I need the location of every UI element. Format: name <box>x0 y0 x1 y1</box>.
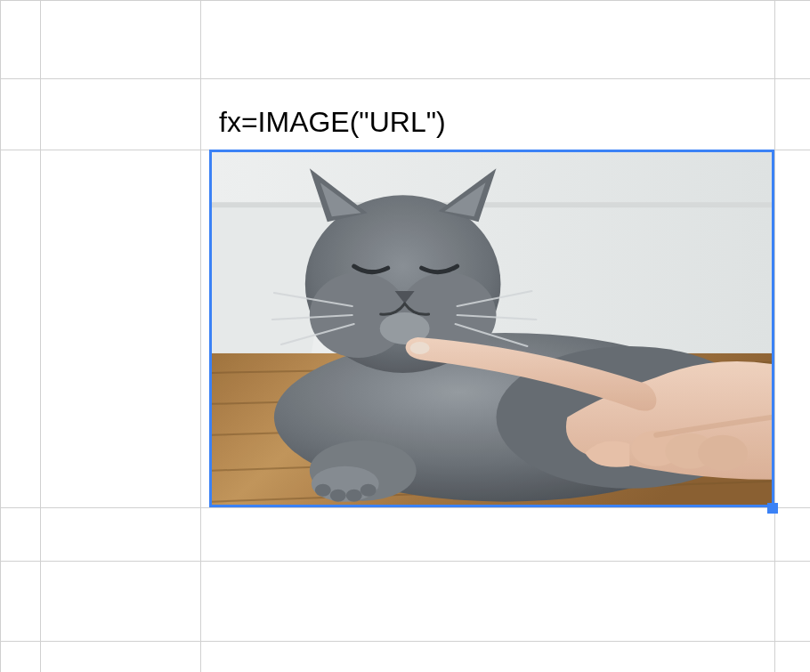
grid-line <box>200 0 201 672</box>
grid-line <box>0 78 810 79</box>
svg-rect-32 <box>212 152 772 505</box>
selected-image-cell[interactable] <box>209 150 774 507</box>
grid-line <box>0 507 810 508</box>
formula-cell[interactable]: fx=IMAGE("URL") <box>214 96 774 148</box>
formula-text: fx=IMAGE("URL") <box>219 106 446 139</box>
selection-handle[interactable] <box>767 503 778 514</box>
grid-line <box>40 0 41 672</box>
grid-line <box>774 0 775 672</box>
cat-image-svg <box>212 152 772 505</box>
grid-line <box>0 561 810 562</box>
spreadsheet-grid[interactable]: fx=IMAGE("URL") <box>0 0 810 672</box>
grid-line <box>0 0 810 1</box>
grid-line <box>0 641 810 642</box>
grid-line <box>0 0 1 672</box>
cell-image <box>212 152 772 505</box>
